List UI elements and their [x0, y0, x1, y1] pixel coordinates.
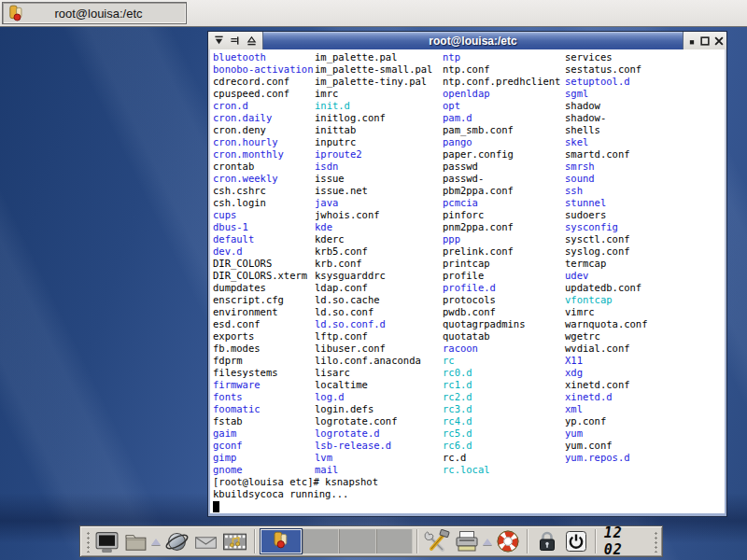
web-browser-icon[interactable] [163, 527, 189, 555]
file-entry: exports [213, 330, 254, 343]
file-entry: ksysguarddrc [315, 270, 386, 282]
file-entry: DIR_COLORS.xterm [213, 270, 307, 282]
shade-icon[interactable] [214, 35, 224, 46]
file-entry: yum.repos.d [565, 452, 630, 464]
file-entry: lftp.conf [315, 330, 368, 343]
terminal-row: csh.cshrcissue.netpbm2ppa.confssh [213, 185, 725, 197]
file-entry: issue.net [315, 185, 368, 197]
file-entry: wgetrc [565, 330, 600, 343]
power-icon[interactable] [563, 527, 588, 555]
terminal-row: fontslog.drc2.dxinetd.d [213, 391, 725, 403]
file-entry: jwhois.conf [315, 209, 380, 221]
file-entry: pam.d [443, 112, 472, 124]
help-lifering-icon[interactable] [495, 527, 521, 555]
file-entry: gaim [213, 427, 236, 440]
terminal-content[interactable]: bluetoothim_palette.palntpservicesbonobo… [210, 49, 725, 513]
file-entry: cups [213, 209, 236, 221]
file-entry: xinetd.conf [565, 379, 630, 391]
printer-icon[interactable] [454, 527, 480, 555]
file-entry: kderc [315, 233, 345, 245]
file-entry: mail [315, 464, 338, 476]
file-entry: rc.local [443, 464, 490, 476]
file-entry: rc2.d [443, 391, 472, 403]
file-entry: pwdb.conf [443, 306, 496, 318]
panel-separator [254, 529, 256, 553]
close-icon[interactable] [713, 35, 725, 47]
file-entry: cdrecord.conf [213, 76, 289, 88]
panel-drag-handle[interactable] [85, 530, 90, 553]
panel-drag-handle[interactable] [653, 530, 657, 553]
file-entry: termcap [565, 258, 606, 270]
file-entry: ntp.conf [443, 63, 490, 76]
folder-home-icon[interactable] [123, 527, 148, 555]
file-entry: iproute2 [315, 148, 362, 161]
file-entry: openldap [443, 88, 490, 100]
file-entry: ntp [443, 51, 460, 63]
file-entry: quotagrpadmins [443, 318, 526, 330]
minimize-icon[interactable] [686, 35, 698, 47]
file-entry: gimp [213, 452, 236, 464]
file-entry: pango [443, 136, 472, 148]
terminal-row: csh.loginjavapcmciastunnel [213, 197, 725, 209]
file-entry: firmware [213, 379, 261, 391]
expand-arrow-icon[interactable] [483, 539, 492, 545]
pin-icon[interactable] [230, 35, 240, 46]
file-entry: fstab [213, 415, 243, 427]
lock-icon[interactable] [534, 527, 559, 555]
file-entry: ld.so.cache [315, 294, 380, 306]
file-entry: fdprm [213, 355, 243, 367]
file-entry: setuptool.d [565, 76, 630, 88]
file-entry: shadow- [565, 112, 606, 124]
file-entry: kde [315, 221, 332, 233]
file-entry: cron.deny [213, 124, 266, 136]
terminal-row: dbus-1kdepnm2ppa.confsysconfig [213, 221, 725, 233]
file-entry: ssh [565, 185, 583, 197]
file-entry: fb.modes [213, 343, 261, 355]
terminal-row: esd.confld.so.conf.dquotagrpadminswarnqu… [213, 318, 725, 330]
terminal-row: fstablogrotate.confrc4.dyp.conf [213, 415, 725, 427]
file-entry: DIR_COLORS [213, 258, 272, 270]
file-entry: sestatus.conf [565, 63, 641, 76]
file-entry: opt [443, 100, 460, 112]
file-entry: fonts [213, 391, 243, 403]
unshade-icon[interactable] [247, 35, 257, 46]
panel-clock[interactable]: 12 02 [604, 525, 647, 558]
taskbar-task-terminal[interactable]: root@louisa:/etc [2, 2, 187, 24]
window-title-area[interactable]: root@louisa:/etc [263, 32, 683, 49]
file-listing: bluetoothim_palette.palntpservicesbonobo… [213, 51, 725, 476]
file-entry: profile.d [443, 282, 496, 294]
expand-arrow-icon[interactable] [151, 539, 161, 545]
file-entry: ppp [443, 233, 460, 245]
file-entry: printcap [443, 258, 490, 270]
file-entry: libuser.conf [315, 343, 386, 355]
file-entry: services [565, 51, 613, 63]
file-entry: protocols [443, 294, 496, 306]
active-task-tile[interactable] [260, 528, 303, 554]
terminal-row: cron.denyinittabpam_smb.confshells [213, 124, 725, 136]
file-entry: xinetd.d [565, 391, 613, 403]
file-entry: pnm2ppa.conf [443, 221, 514, 233]
window-titlebar[interactable]: root@louisa:/etc [208, 32, 726, 49]
file-entry: initlog.conf [315, 112, 386, 124]
top-taskbar: root@louisa:/etc [0, 0, 747, 27]
file-entry: log.d [315, 391, 345, 403]
terminal-icon[interactable] [93, 527, 119, 555]
multimedia-icon[interactable] [222, 527, 247, 555]
file-entry: quotatab [443, 330, 490, 343]
file-entry: login.defs [315, 403, 374, 415]
file-entry: cron.hourly [213, 136, 278, 148]
file-entry: issue [315, 173, 345, 185]
terminal-row: cdrecord.confim_palette-tiny.palntp.conf… [213, 76, 725, 88]
file-entry: pbm2ppa.conf [443, 185, 514, 197]
file-entry: syslog.conf [565, 245, 630, 258]
file-entry: smartd.conf [565, 148, 630, 161]
terminal-row: fb.modeslibuser.confracoonwvdial.conf [213, 343, 725, 355]
file-entry: cron.monthly [213, 148, 284, 161]
terminal-row: exportslftp.confquotatabwgetrc [213, 330, 725, 343]
terminal-row: firmwarelocaltimerc1.dxinetd.conf [213, 379, 725, 391]
file-entry: enscript.cfg [213, 294, 284, 306]
file-entry: crontab [213, 161, 254, 173]
mail-icon[interactable] [193, 527, 218, 555]
system-tools-icon[interactable] [424, 527, 450, 555]
maximize-icon[interactable] [699, 35, 711, 47]
